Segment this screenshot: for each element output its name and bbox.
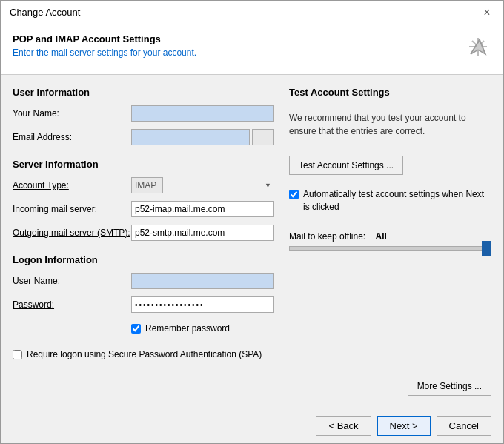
username-input[interactable]	[131, 273, 274, 289]
spa-row: Require logon using Secure Password Auth…	[13, 348, 274, 361]
cancel-button[interactable]: Cancel	[437, 416, 491, 436]
change-account-dialog: Change Account × POP and IMAP Account Se…	[0, 0, 504, 444]
account-type-wrapper: IMAP POP3	[131, 177, 274, 193]
title-bar: Change Account ×	[1, 1, 503, 24]
mail-offline-slider-track	[289, 246, 491, 251]
test-settings-title: Test Account Settings	[289, 87, 491, 98]
dialog-title: Change Account	[10, 7, 80, 18]
account-type-label: Account Type:	[13, 180, 131, 190]
header-description: Enter the mail server settings for your …	[13, 47, 196, 58]
header-title: POP and IMAP Account Settings	[13, 33, 196, 44]
incoming-server-row: Incoming mail server:	[13, 201, 274, 217]
your-name-input[interactable]	[131, 105, 274, 122]
password-input[interactable]	[131, 296, 274, 313]
user-info-title: User Information	[13, 87, 274, 98]
your-name-row: Your Name:	[13, 105, 274, 122]
right-panel: Test Account Settings We recommend that …	[289, 87, 491, 396]
header-text: POP and IMAP Account Settings Enter the …	[13, 33, 196, 58]
spacer	[289, 259, 491, 359]
your-name-label: Your Name:	[13, 108, 131, 119]
next-button[interactable]: Next >	[377, 416, 431, 436]
outgoing-server-input[interactable]	[131, 225, 274, 241]
remember-password-checkbox[interactable]	[131, 324, 141, 334]
account-type-select[interactable]: IMAP POP3	[131, 177, 163, 193]
server-info-title: Server Information	[13, 159, 274, 170]
outgoing-server-row: Outgoing mail server (SMTP):	[13, 225, 274, 241]
password-row: Password:	[13, 296, 274, 313]
auto-test-label: Automatically test account settings when…	[303, 188, 491, 213]
email-dropdown[interactable]	[252, 129, 274, 145]
mail-icon	[465, 33, 491, 65]
username-label: User Name:	[13, 276, 131, 286]
incoming-server-input[interactable]	[131, 201, 274, 217]
password-label: Password:	[13, 299, 131, 310]
logon-info-title: Logon Information	[13, 254, 274, 265]
username-row: User Name:	[13, 273, 274, 289]
auto-test-row: Automatically test account settings when…	[289, 188, 491, 213]
account-type-row: Account Type: IMAP POP3	[13, 177, 274, 193]
remember-password-label: Remember password	[145, 323, 230, 334]
more-settings-button[interactable]: More Settings ...	[408, 377, 491, 396]
outgoing-server-label: Outgoing mail server (SMTP):	[13, 228, 131, 238]
test-settings-description: We recommend that you test your account …	[289, 111, 491, 138]
mail-offline-slider-thumb[interactable]	[482, 241, 491, 256]
incoming-server-label: Incoming mail server:	[13, 204, 131, 214]
back-button[interactable]: < Back	[316, 416, 371, 436]
test-account-settings-button[interactable]: Test Account Settings ...	[289, 156, 403, 175]
main-content: User Information Your Name: Email Addres…	[1, 75, 503, 408]
mail-offline-section: Mail to keep offline: All	[289, 231, 491, 251]
header-section: POP and IMAP Account Settings Enter the …	[1, 24, 503, 75]
spa-checkbox[interactable]	[13, 350, 22, 359]
close-button[interactable]: ×	[480, 5, 494, 20]
email-address-row: Email Address:	[13, 129, 274, 145]
footer: < Back Next > Cancel	[1, 408, 503, 443]
remember-password-row: Remember password	[131, 323, 274, 334]
spa-label: Require logon using Secure Password Auth…	[27, 348, 262, 361]
left-panel: User Information Your Name: Email Addres…	[13, 87, 274, 396]
email-address-label: Email Address:	[13, 132, 131, 142]
mail-offline-label: Mail to keep offline: All	[289, 231, 491, 242]
auto-test-checkbox[interactable]	[289, 190, 299, 199]
email-address-input[interactable]	[131, 129, 250, 145]
